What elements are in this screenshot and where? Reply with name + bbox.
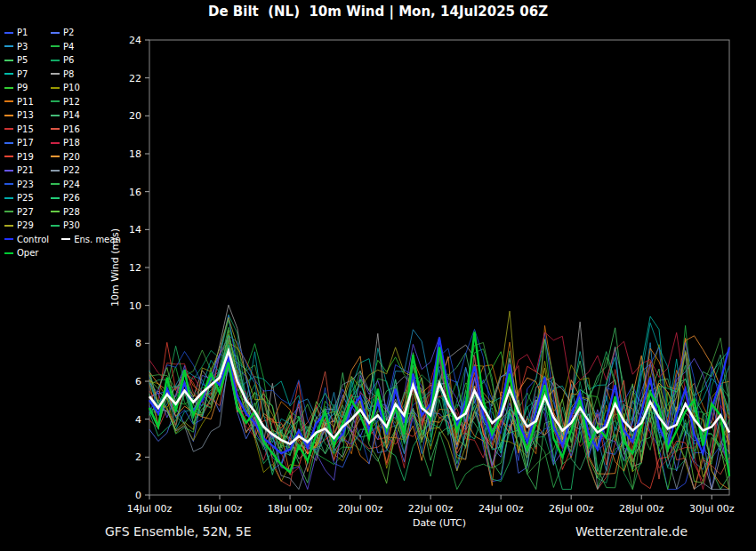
legend-member-label: P23 <box>17 178 34 192</box>
ensemble-lines-group <box>149 305 729 489</box>
member-line-swatch <box>51 197 60 199</box>
legend-member-label: P13 <box>17 108 34 123</box>
member-line-swatch <box>4 100 13 102</box>
x-tick-label: 18Jul 00z <box>268 503 313 515</box>
legend-item-P11: P11 <box>4 95 51 109</box>
member-line-swatch <box>51 225 60 227</box>
member-line-swatch <box>4 115 13 116</box>
legend-row-control-mean: Control Ens. mean <box>4 233 121 247</box>
legend-member-label: P26 <box>63 191 80 205</box>
ensemble-chart-screen: De Bilt (NL) 10m Wind | Mon, 14Jul2025 0… <box>0 0 756 551</box>
legend-member-label: P15 <box>17 123 34 137</box>
legend-member-label: P21 <box>17 164 34 178</box>
legend-label-control: Control <box>17 233 49 247</box>
member-line-swatch <box>4 142 13 144</box>
y-tick-label: 20 <box>129 110 141 122</box>
oper-line-swatch <box>4 252 13 254</box>
legend-members-grid: P1P2P3P4P5P6P7P8P9P10P11P12P13P14P15P16P… <box>4 26 121 233</box>
legend-member-label: P6 <box>63 53 74 68</box>
legend-member-label: P24 <box>63 178 80 192</box>
legend-label-ens-mean: Ens. mean <box>74 233 121 247</box>
y-tick-label: 4 <box>135 414 141 426</box>
legend-member-label: P11 <box>17 95 34 109</box>
member-line-swatch <box>51 128 60 130</box>
legend-row-oper: Oper <box>4 246 121 260</box>
legend-member-label: P29 <box>17 219 34 233</box>
member-line-swatch <box>51 156 60 157</box>
y-tick-label: 24 <box>129 35 141 46</box>
legend-member-label: P9 <box>17 81 28 95</box>
legend-member-label: P27 <box>17 205 34 220</box>
legend-item-P22: P22 <box>51 164 97 178</box>
legend-member-label: P10 <box>63 81 80 95</box>
legend-member-label: P16 <box>63 123 80 137</box>
x-tick-label: 30Jul 00z <box>689 503 735 515</box>
legend-member-label: P28 <box>63 205 80 220</box>
legend-item-P12: P12 <box>51 95 97 109</box>
legend-item-P2: P2 <box>51 26 97 40</box>
legend-member-label: P12 <box>63 95 80 109</box>
member-line-swatch <box>4 32 13 34</box>
legend-member-label: P20 <box>63 150 80 164</box>
legend-item-P14: P14 <box>51 108 97 123</box>
legend-item-P20: P20 <box>51 150 97 164</box>
member-line-swatch <box>51 100 60 102</box>
member-line-swatch <box>4 60 13 61</box>
legend-member-label: P19 <box>17 150 34 164</box>
legend-item-P28: P28 <box>51 205 97 220</box>
member-line-swatch <box>51 32 60 34</box>
legend-item-P8: P8 <box>51 68 97 82</box>
y-tick-label: 18 <box>129 148 141 160</box>
y-tick-label: 6 <box>135 376 141 387</box>
legend-item-P29: P29 <box>4 219 51 233</box>
member-line-swatch <box>51 87 60 89</box>
member-line-swatch <box>4 225 13 227</box>
member-line-swatch <box>51 211 60 212</box>
legend-item-P23: P23 <box>4 178 51 192</box>
member-line-swatch <box>51 142 60 144</box>
member-line-swatch <box>4 128 13 130</box>
y-tick-label: 8 <box>135 338 141 349</box>
member-line-swatch <box>4 197 13 199</box>
legend-item-P16: P16 <box>51 123 97 137</box>
x-tick-label: 28Jul 00z <box>619 503 664 515</box>
legend-member-label: P7 <box>17 68 28 82</box>
ens-mean-line-swatch <box>61 238 70 240</box>
y-tick-label: 10 <box>129 300 141 312</box>
legend-member-label: P22 <box>63 164 80 178</box>
footer-site-credit: Wetterzentrale.de <box>575 524 688 539</box>
x-tick-label: 16Jul 00z <box>197 503 243 515</box>
legend-item-P1: P1 <box>4 26 51 40</box>
legend-member-label: P3 <box>17 40 28 54</box>
legend-member-label: P8 <box>63 68 74 82</box>
member-line-swatch <box>51 45 60 47</box>
legend-item-P26: P26 <box>51 191 97 205</box>
legend-item-P25: P25 <box>4 191 51 205</box>
legend-item-P24: P24 <box>51 178 97 192</box>
member-line-swatch <box>4 156 13 157</box>
member-line-swatch <box>4 87 13 89</box>
y-tick-label: 14 <box>129 224 141 236</box>
legend-item-P21: P21 <box>4 164 51 178</box>
x-tick-label: 14Jul 00z <box>127 503 173 515</box>
legend-item-P3: P3 <box>4 40 51 54</box>
legend-item-P19: P19 <box>4 150 51 164</box>
y-tick-label: 0 <box>135 490 141 501</box>
footer-model-info: GFS Ensemble, 52N, 5E <box>105 524 252 539</box>
member-line-swatch <box>4 211 13 212</box>
legend-member-label: P1 <box>17 26 28 40</box>
member-line-swatch <box>51 170 60 172</box>
legend-item-P27: P27 <box>4 205 51 220</box>
x-tick-label: 20Jul 00z <box>338 503 383 515</box>
member-line-swatch <box>51 73 60 75</box>
legend-member-label: P2 <box>63 26 74 40</box>
legend-member-label: P14 <box>63 108 80 123</box>
y-tick-label: 22 <box>129 73 141 84</box>
member-line-swatch <box>4 170 13 172</box>
member-line-swatch <box>51 60 60 61</box>
y-tick-label: 2 <box>135 451 141 463</box>
x-axis-label: Date (UTC) <box>413 517 466 529</box>
legend-item-P30: P30 <box>51 219 97 233</box>
legend-item-P13: P13 <box>4 108 51 123</box>
legend-item-P6: P6 <box>51 53 97 68</box>
